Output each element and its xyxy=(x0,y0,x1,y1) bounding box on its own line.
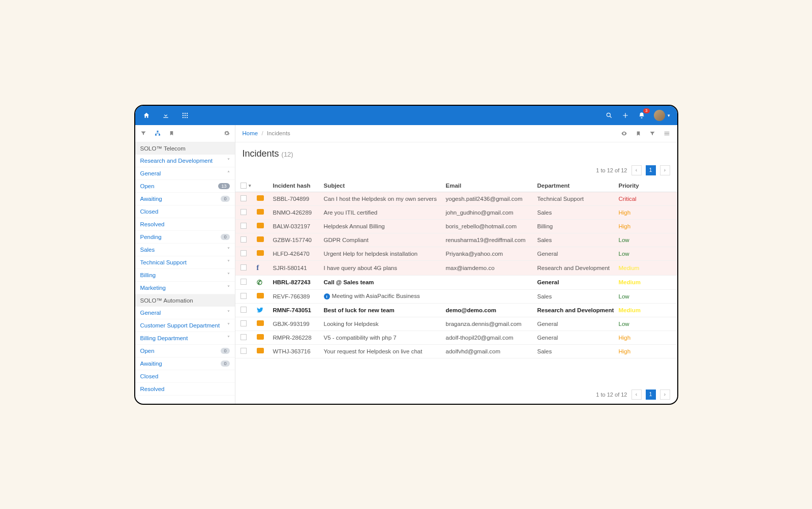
pager-next[interactable]: › xyxy=(660,390,670,400)
row-checkbox[interactable] xyxy=(240,307,247,313)
row-checkbox[interactable] xyxy=(240,209,247,215)
cell-email: Priyanka@yahoo.com xyxy=(446,251,537,257)
breadcrumb-home[interactable]: Home xyxy=(243,130,258,136)
table-row[interactable]: fSJRI-580141I have query about 4G plansm… xyxy=(235,261,677,276)
mail-icon xyxy=(257,320,264,326)
sidebar-item[interactable]: General˅ xyxy=(135,307,235,319)
add-icon[interactable] xyxy=(621,111,629,119)
col-priority[interactable]: Priority xyxy=(619,183,654,189)
menu-icon[interactable] xyxy=(664,130,670,137)
user-menu[interactable]: ▾ xyxy=(654,110,670,121)
sidebar-item-label: Open xyxy=(140,348,155,354)
cell-email: john_gudhino@gmail.com xyxy=(446,209,537,216)
table-row[interactable]: BNMO-426289Are you ITIL certifiedjohn_gu… xyxy=(235,206,677,220)
sidebar-item[interactable]: Open0 xyxy=(135,345,235,357)
row-checkbox[interactable] xyxy=(240,279,247,285)
eye-icon[interactable] xyxy=(621,130,627,137)
page-title: Incidents (12) xyxy=(235,142,677,161)
pager-prev[interactable]: ‹ xyxy=(631,165,642,175)
notification-badge: 3 xyxy=(643,108,649,113)
cell-hash: RMPR-286228 xyxy=(273,335,324,341)
cell-subject: iMeeting with AsiaPacific Business xyxy=(324,293,446,300)
cell-department: Sales xyxy=(537,348,619,354)
sidebar-item[interactable]: Awaiting0 xyxy=(135,357,235,370)
search-icon[interactable] xyxy=(605,111,613,119)
sidebar-item[interactable]: Billing˅ xyxy=(135,269,235,282)
table-row[interactable]: RMPR-286228V5 - compatibility with php 7… xyxy=(235,331,677,345)
pager-page-1[interactable]: 1 xyxy=(646,390,656,400)
sidebar-item[interactable]: Research and Development˅ xyxy=(135,155,235,167)
table-row[interactable]: BALW-032197Helpdesk Annual Billingboris_… xyxy=(235,220,677,233)
sidebar-item[interactable]: Resolved xyxy=(135,383,235,396)
sidebar-item[interactable]: Pending0 xyxy=(135,231,235,244)
cell-subject: Best of luck for new team xyxy=(324,307,446,313)
cell-hash: SJRI-580141 xyxy=(273,265,324,271)
row-checkbox[interactable] xyxy=(240,250,247,256)
table-row[interactable]: GBJK-993199Looking for Helpdeskbraganza.… xyxy=(235,317,677,331)
bookmark-icon[interactable] xyxy=(636,130,641,137)
sidebar-item[interactable]: General˄ xyxy=(135,167,235,180)
select-all-checkbox[interactable] xyxy=(240,183,247,189)
cell-priority: Medium xyxy=(619,265,654,271)
pager-prev[interactable]: ‹ xyxy=(631,390,642,400)
col-email[interactable]: Email xyxy=(446,183,537,189)
row-checkbox[interactable] xyxy=(240,320,247,326)
filter-icon[interactable] xyxy=(140,130,146,136)
mail-icon xyxy=(257,348,264,353)
sidebar-item[interactable]: Billing Department˅ xyxy=(135,332,235,345)
sidebar-item[interactable]: Open13 xyxy=(135,180,235,193)
sidebar-item[interactable]: Resolved xyxy=(135,218,235,231)
sidebar-item[interactable]: Closed xyxy=(135,205,235,218)
chevron-down-icon: ˅ xyxy=(227,335,230,341)
table-row[interactable]: SBBL-704899Can I host the Helpdesk on my… xyxy=(235,192,677,206)
row-checkbox[interactable] xyxy=(240,195,247,201)
sidebar-item[interactable]: Customer Support Department˅ xyxy=(135,319,235,332)
sidebar-item[interactable]: Sales˅ xyxy=(135,244,235,256)
row-checkbox[interactable] xyxy=(240,334,247,340)
apps-icon[interactable] xyxy=(181,111,189,119)
pager-next[interactable]: › xyxy=(660,165,670,175)
sidebar-item[interactable]: Awaiting0 xyxy=(135,193,235,205)
table-row[interactable]: REVF-766389iMeeting with AsiaPacific Bus… xyxy=(235,290,677,304)
table-row[interactable]: GZBW-157740GDPR Compliantrenusharma19@re… xyxy=(235,233,677,247)
row-checkbox[interactable] xyxy=(240,348,247,354)
cell-department: Research and Development xyxy=(537,265,619,271)
bookmark-icon[interactable] xyxy=(169,130,174,136)
col-subject[interactable]: Subject xyxy=(324,183,446,189)
table-row[interactable]: ✆HBRL-827243Call @ Sales teamGeneralMedi… xyxy=(235,276,677,290)
svg-rect-11 xyxy=(155,134,157,136)
gear-icon[interactable] xyxy=(224,130,230,136)
sidebar-item[interactable]: Closed xyxy=(135,370,235,383)
table-row[interactable]: HLFD-426470Urgent Help for helpdesk inst… xyxy=(235,247,677,261)
cell-priority: Critical xyxy=(619,196,654,202)
home-icon[interactable] xyxy=(142,111,151,119)
title-count: (12) xyxy=(282,151,293,158)
col-hash[interactable]: Incident hash xyxy=(273,183,324,189)
sidebar-item-label: Closed xyxy=(140,208,159,215)
download-icon[interactable] xyxy=(162,111,170,119)
col-department[interactable]: Department xyxy=(537,183,619,189)
svg-point-6 xyxy=(182,116,183,117)
cell-department: Technical Support xyxy=(537,196,619,202)
row-checkbox[interactable] xyxy=(240,236,247,243)
row-checkbox[interactable] xyxy=(240,223,247,229)
filter-icon[interactable] xyxy=(649,130,655,137)
cell-priority: Low xyxy=(619,293,654,300)
row-checkbox[interactable] xyxy=(240,264,247,271)
chevron-down-icon: ˅ xyxy=(227,310,230,315)
sidebar-item-label: Marketing xyxy=(140,285,166,291)
chevron-up-icon: ˄ xyxy=(227,170,230,176)
notifications-icon[interactable]: 3 xyxy=(638,111,646,119)
cell-hash: GBJK-993199 xyxy=(273,321,324,327)
sidebar-item[interactable]: Technical Support˅ xyxy=(135,256,235,269)
sidebar-item[interactable]: Marketing˅ xyxy=(135,282,235,294)
cell-priority: Medium xyxy=(619,307,654,313)
sitemap-icon[interactable] xyxy=(155,130,161,136)
chevron-down-icon[interactable]: ▾ xyxy=(249,183,251,188)
cell-subject: Can I host the Helpdesk on my own server… xyxy=(324,196,446,202)
table-row[interactable]: RMNF-743051Best of luck for new teamdemo… xyxy=(235,304,677,317)
row-checkbox[interactable] xyxy=(240,293,247,299)
table-row[interactable]: WTHJ-363716Your request for Helpdesk on … xyxy=(235,345,677,358)
pager-page-1[interactable]: 1 xyxy=(646,165,656,175)
mail-icon xyxy=(257,334,264,340)
